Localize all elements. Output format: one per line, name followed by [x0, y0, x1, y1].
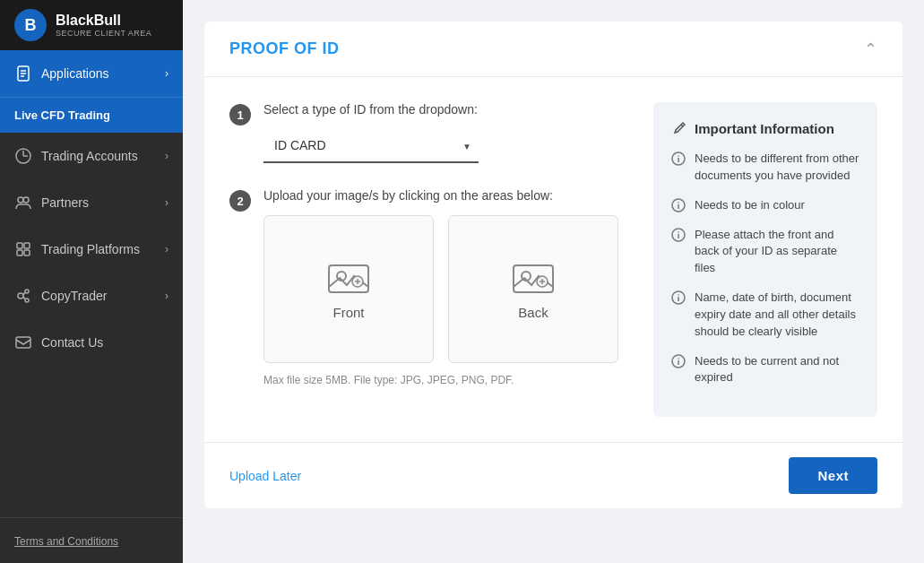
logo-text: BlackBull SECURE CLIENT AREA: [56, 13, 151, 38]
info-panel-title-text: Important Information: [695, 121, 834, 136]
platform-icon: [14, 240, 32, 258]
sidebar-item-live-cfd-label: Live CFD Trading: [14, 108, 110, 122]
upload-area: Front: [263, 215, 632, 363]
step-2: 2 Upload your image/s by clicking on the…: [229, 188, 632, 386]
sidebar-item-partners-label: Partners: [41, 195, 156, 210]
info-circle-icon-5: [671, 354, 686, 368]
chevron-right-icon: ›: [165, 150, 168, 162]
sidebar-item-trading-platforms[interactable]: Trading Platforms ›: [0, 226, 183, 273]
svg-point-46: [678, 358, 679, 359]
chevron-right-icon-2: ›: [165, 196, 168, 209]
step-2-content: Upload your image/s by clicking on the a…: [263, 188, 632, 386]
svg-line-31: [681, 125, 683, 126]
sidebar-item-trading-accounts[interactable]: Trading Accounts ›: [0, 133, 183, 179]
svg-rect-13: [17, 250, 22, 256]
svg-text:B: B: [25, 16, 37, 34]
sidebar-item-applications-label: Applications: [41, 66, 156, 81]
card-title: PROOF OF ID: [229, 39, 340, 58]
chevron-right-icon-4: ›: [165, 290, 168, 302]
card-body: 1 Select a type of ID from the dropdown:…: [204, 77, 902, 442]
info-panel-title: Important Information: [671, 120, 859, 136]
sidebar-item-live-cfd[interactable]: Live CFD Trading: [0, 97, 183, 133]
card-header: PROOF OF ID ⌃: [204, 22, 902, 77]
form-section: 1 Select a type of ID from the dropdown:…: [229, 102, 632, 417]
upload-front-box[interactable]: Front: [263, 215, 434, 363]
svg-line-18: [23, 292, 25, 295]
info-circle-icon-3: [671, 228, 686, 242]
step-1-label: Select a type of ID from the dropdown:: [263, 102, 632, 117]
collapse-button[interactable]: ⌃: [864, 41, 877, 57]
main-content: PROOF OF ID ⌃ 1 Select a type of ID from…: [183, 0, 924, 563]
svg-rect-14: [24, 250, 30, 256]
sidebar-item-contact-us-label: Contact Us: [41, 335, 168, 350]
step-1-content: Select a type of ID from the dropdown: I…: [263, 102, 632, 163]
chart-icon: [14, 147, 32, 165]
info-item-1: Needs to be different from other documen…: [671, 151, 859, 185]
sidebar-nav: Applications › Live CFD Trading Trading …: [0, 50, 183, 517]
step-1-number: 1: [229, 104, 251, 126]
sidebar-item-contact-us[interactable]: Contact Us: [0, 319, 183, 366]
id-type-select[interactable]: ID CARD Passport Driver's License: [263, 129, 479, 163]
file-hint: Max file size 5MB. File type: JPG, JPEG,…: [263, 374, 632, 386]
svg-point-37: [678, 202, 679, 204]
chevron-down-icon: ›: [165, 67, 168, 80]
blackbull-logo-icon: B: [14, 9, 47, 41]
info-item-2: Needs to be in colour: [671, 197, 859, 214]
pencil-icon: [671, 120, 687, 136]
svg-point-9: [18, 197, 23, 203]
sidebar-item-partners[interactable]: Partners ›: [0, 179, 183, 226]
sidebar-item-copytrader-label: CopyTrader: [41, 289, 156, 303]
card-footer: Upload Later Next: [204, 442, 902, 508]
svg-line-19: [23, 297, 25, 299]
upload-back-box[interactable]: Back: [448, 215, 618, 363]
brand-name: BlackBull: [56, 13, 151, 29]
svg-rect-11: [17, 243, 22, 248]
sidebar-footer: Terms and Conditions: [0, 517, 183, 563]
step-2-label: Upload your image/s by clicking on the a…: [263, 188, 632, 203]
svg-point-34: [678, 155, 679, 157]
svg-point-43: [678, 294, 679, 296]
upload-later-button[interactable]: Upload Later: [229, 469, 301, 483]
brand-sub: SECURE CLIENT AREA: [56, 29, 151, 38]
svg-rect-12: [24, 243, 30, 248]
info-circle-icon-1: [671, 152, 686, 166]
upload-back-icon: [512, 258, 555, 294]
upload-front-label: Front: [332, 305, 364, 320]
sidebar-item-trading-accounts-label: Trading Accounts: [41, 149, 156, 163]
upload-back-label: Back: [518, 305, 548, 320]
document-icon: [14, 65, 32, 82]
handshake-icon: [14, 194, 32, 212]
contact-icon: [14, 333, 32, 351]
next-button[interactable]: Next: [789, 457, 877, 494]
info-circle-icon-4: [671, 290, 686, 305]
svg-point-10: [23, 197, 29, 203]
proof-of-id-card: PROOF OF ID ⌃ 1 Select a type of ID from…: [204, 22, 902, 508]
chevron-right-icon-3: ›: [165, 243, 168, 256]
copy-icon: [14, 287, 32, 305]
info-item-3: Please attach the front and back of your…: [671, 227, 859, 278]
svg-point-16: [25, 290, 29, 293]
info-circle-icon-2: [671, 198, 686, 212]
step-2-number: 2: [229, 190, 251, 212]
terms-link[interactable]: Terms and Conditions: [14, 535, 118, 548]
svg-point-17: [25, 299, 29, 302]
sidebar-item-trading-platforms-label: Trading Platforms: [41, 242, 156, 256]
svg-point-15: [18, 293, 23, 299]
step-1: 1 Select a type of ID from the dropdown:…: [229, 102, 632, 163]
id-type-select-wrapper: ID CARD Passport Driver's License: [263, 129, 479, 163]
info-item-5: Needs to be current and not expired: [671, 353, 859, 387]
sidebar: B BlackBull SECURE CLIENT AREA Applicati…: [0, 0, 183, 563]
sidebar-item-copytrader[interactable]: CopyTrader ›: [0, 273, 183, 319]
sidebar-header: B BlackBull SECURE CLIENT AREA: [0, 0, 183, 50]
info-panel: Important Information Needs to be differ…: [653, 102, 877, 417]
info-item-4: Name, date of birth, document expiry dat…: [671, 290, 859, 341]
svg-point-40: [678, 231, 679, 233]
sidebar-item-applications[interactable]: Applications ›: [0, 50, 183, 97]
upload-front-icon: [327, 258, 370, 294]
svg-rect-20: [16, 337, 30, 348]
